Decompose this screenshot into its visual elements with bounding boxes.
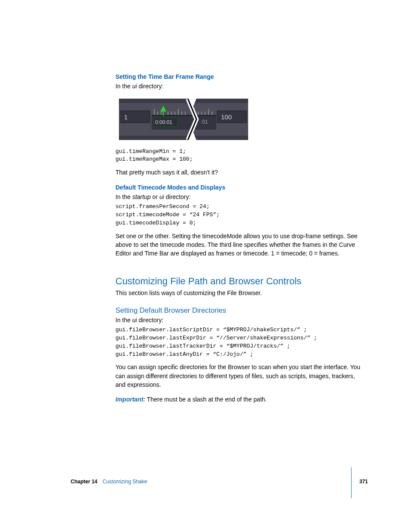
svg-text:0:00:01: 0:00:01 bbox=[155, 119, 172, 125]
important-label: Important: bbox=[115, 396, 145, 403]
section-heading-timecode: Default Timecode Modes and Displays bbox=[115, 183, 365, 192]
text-italic: startup bbox=[132, 193, 151, 200]
important-body: There must be a slash at the end of the … bbox=[145, 396, 267, 403]
section1-closing: That pretty much says it all, doesn't it… bbox=[115, 168, 365, 177]
text-italic: ui bbox=[159, 193, 164, 200]
svg-text:100: 100 bbox=[221, 113, 232, 121]
section1-intro: In the ui directory: bbox=[115, 82, 365, 90]
footer-separator bbox=[351, 467, 352, 498]
text: or bbox=[151, 193, 159, 200]
section3-intro: This section lists ways of customizing t… bbox=[115, 289, 365, 297]
text: directory: bbox=[164, 193, 190, 200]
svg-text:1: 1 bbox=[124, 113, 128, 121]
chapter-title: Customizing Shake bbox=[103, 478, 147, 485]
code-block-timebar: gui.timeRangeMin = 1; gui.timeRangeMax =… bbox=[115, 148, 365, 164]
section2-body: Set one or the other. Setting the timeco… bbox=[115, 232, 365, 258]
section-heading-timebar: Setting the Time Bar Frame Range bbox=[115, 72, 365, 81]
svg-rect-11 bbox=[163, 112, 164, 116]
main-heading-filepath: Customizing File Path and Browser Contro… bbox=[115, 274, 365, 288]
section2-intro: In the startup or ui directory: bbox=[115, 193, 365, 201]
page-content: Setting the Time Bar Frame Range In the … bbox=[115, 72, 365, 404]
text: In the bbox=[115, 317, 132, 324]
text-italic: ui bbox=[132, 83, 137, 90]
page-footer: Chapter 14 Customizing Shake 371 bbox=[71, 478, 368, 485]
chapter-label: Chapter 14 bbox=[71, 478, 97, 485]
sub-heading-directories: Setting Default Browser Directories bbox=[115, 305, 365, 316]
text: directory: bbox=[137, 83, 163, 90]
timebar-figure: 1 0:00:01 bbox=[119, 99, 365, 140]
text-italic: ui bbox=[132, 317, 137, 324]
section4-important: Important: There must be a slash at the … bbox=[115, 395, 365, 404]
code-block-timecode: script.framesPerSecond = 24; script.time… bbox=[115, 203, 365, 227]
code-block-directories: gui.fileBrowser.lastScriptDir = “$MYPROJ… bbox=[115, 326, 365, 358]
text: In the bbox=[115, 193, 132, 200]
section4-intro: In the ui directory: bbox=[115, 316, 365, 324]
svg-text::01: :01 bbox=[201, 119, 208, 125]
text: In the bbox=[115, 83, 132, 90]
section4-body: You can assign specific directories for … bbox=[115, 363, 365, 389]
page-number: 371 bbox=[359, 478, 368, 485]
text: directory: bbox=[137, 317, 163, 324]
